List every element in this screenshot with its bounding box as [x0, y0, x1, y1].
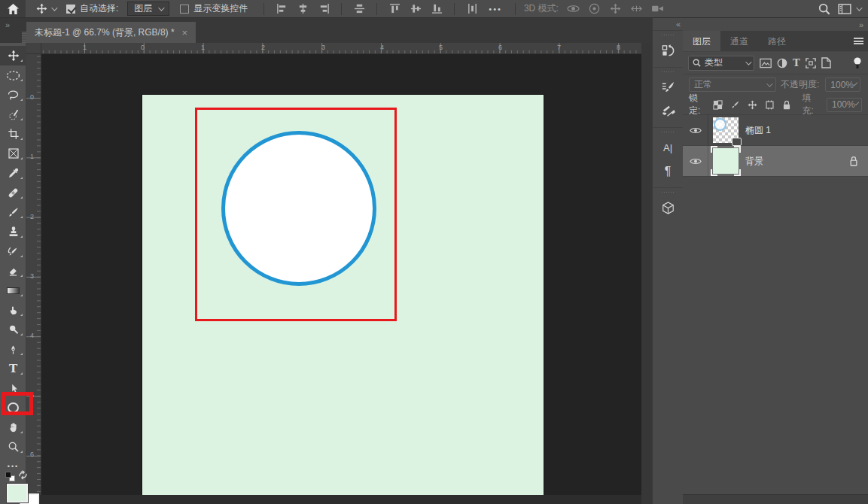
fill-dropdown[interactable]: 100% [827, 98, 862, 112]
more-options-button[interactable]: ••• [489, 5, 502, 14]
smart-object-filter-icon[interactable] [821, 57, 831, 68]
shape-layer-filter-icon[interactable] [806, 58, 816, 68]
tab-channels[interactable]: 通道 [720, 31, 758, 51]
align-bottom-button[interactable] [428, 2, 446, 17]
lock-all-icon[interactable] [782, 100, 791, 110]
zoom-tool[interactable] [0, 437, 26, 457]
canvas-document[interactable] [142, 95, 544, 495]
default-colors-icon[interactable] [5, 472, 15, 481]
align-right-icon [318, 3, 330, 14]
dock-gripper[interactable] [661, 34, 675, 36]
auto-select-target-dropdown[interactable]: 图层 [127, 2, 169, 16]
canvas-workspace[interactable] [41, 54, 641, 495]
move-tool-preset[interactable] [36, 3, 56, 14]
history-panel-button[interactable] [653, 39, 683, 62]
roll-3d-button[interactable] [586, 2, 604, 17]
eyedropper-tool[interactable] [0, 163, 26, 183]
slide-3d-button[interactable] [628, 2, 646, 17]
lock-artboard-icon[interactable] [765, 100, 775, 110]
layer-name[interactable]: 椭圆 1 [745, 124, 771, 137]
layer-name[interactable]: 背景 [745, 155, 763, 168]
vertical-ruler[interactable]: 0 1 2 3 4 5 6 [26, 54, 41, 495]
gradient-tool[interactable] [0, 281, 26, 300]
lock-pixels-icon[interactable] [730, 100, 740, 110]
smudge-tool[interactable] [0, 300, 26, 320]
align-top-button[interactable] [385, 2, 404, 17]
layer-row-background[interactable]: 背景 [683, 146, 868, 177]
clone-stamp-tool[interactable] [0, 222, 26, 241]
home-button[interactable] [0, 0, 26, 17]
close-tab-icon[interactable]: × [182, 27, 188, 38]
collapse-panel-chevron[interactable]: » [859, 20, 862, 29]
separator [263, 3, 264, 15]
type-layer-filter-icon[interactable]: T [793, 57, 800, 68]
panel-tabs: 图层 通道 路径 [683, 31, 868, 52]
align-middle-button[interactable] [407, 2, 425, 17]
distribute-vertical-button[interactable] [350, 2, 368, 17]
visibility-toggle[interactable] [683, 146, 708, 176]
panel-menu-button[interactable] [848, 31, 868, 51]
visibility-toggle[interactable] [683, 115, 708, 145]
lock-row: 锁定: 填充: 100% [683, 95, 868, 115]
ruler-corner[interactable] [26, 43, 41, 54]
lock-position-icon[interactable] [748, 100, 757, 110]
brush-settings-panel-button[interactable] [653, 76, 683, 99]
layer-thumbnail[interactable] [713, 148, 739, 174]
align-center-horizontal-button[interactable] [294, 2, 312, 17]
eraser-tool[interactable] [0, 261, 26, 281]
hand-tool[interactable] [0, 417, 26, 437]
elliptical-marquee-tool[interactable] [0, 65, 26, 85]
type-tool[interactable]: T [0, 359, 26, 378]
adjustment-layer-filter-icon[interactable] [777, 58, 787, 68]
layer-locked-icon[interactable] [849, 156, 858, 166]
history-brush-tool[interactable] [0, 241, 26, 261]
dock-gripper[interactable] [661, 191, 675, 193]
crop-tool[interactable] [0, 124, 26, 144]
auto-select-checkbox[interactable]: 自动选择: [66, 2, 118, 15]
tab-layers[interactable]: 图层 [683, 31, 720, 51]
vertical-scrollbar[interactable] [641, 43, 652, 504]
foreground-color-swatch[interactable] [7, 484, 28, 502]
healing-brush-tool[interactable] [0, 183, 26, 202]
align-left-button[interactable] [273, 2, 291, 17]
swap-colors-icon[interactable] [18, 470, 28, 480]
opacity-dropdown[interactable]: 100% [825, 77, 860, 92]
paragraph-panel-button[interactable]: ¶ [653, 159, 683, 183]
dock-gripper[interactable] [661, 131, 675, 133]
dock-gripper[interactable] [661, 71, 675, 73]
character-panel-button[interactable]: A| [653, 136, 683, 159]
camera-3d-button[interactable] [649, 2, 667, 17]
workspace-switcher-button[interactable] [838, 4, 860, 14]
brush-tool[interactable] [0, 202, 26, 222]
orbit-3d-icon [567, 3, 580, 14]
layer-thumbnail[interactable] [713, 117, 739, 143]
pixel-layer-filter-icon[interactable] [760, 58, 772, 68]
lasso-tool[interactable] [0, 85, 26, 105]
tab-overflow-chevron[interactable]: » [5, 20, 8, 29]
layer-row-ellipse[interactable]: 椭圆 1 [683, 115, 868, 146]
align-right-button[interactable] [315, 2, 333, 17]
lock-transparency-icon[interactable] [713, 100, 723, 110]
quick-selection-tool[interactable] [0, 105, 26, 124]
brushes-panel-button[interactable] [653, 99, 683, 123]
horizontal-ruler[interactable]: 1 0 1 2 3 4 5 6 7 8 [41, 43, 641, 54]
filter-type-dropdown[interactable]: 类型 [688, 56, 754, 71]
document-tab[interactable]: 未标题-1 @ 66.7% (背景, RGB/8) * × [26, 22, 196, 43]
pan-3d-button[interactable] [607, 2, 625, 17]
filter-toggle-icon[interactable] [852, 56, 863, 70]
expand-dock-chevron[interactable]: « [653, 18, 683, 30]
horizontal-scrollbar[interactable] [26, 495, 641, 504]
search-icon[interactable] [818, 3, 830, 15]
orbit-3d-button[interactable] [565, 2, 583, 17]
show-transform-checkbox[interactable]: 显示变换控件 [180, 2, 248, 15]
materials-3d-panel-button[interactable] [653, 196, 683, 220]
tab-paths[interactable]: 路径 [758, 31, 796, 51]
distribute-horizontal-button[interactable] [463, 2, 481, 17]
blend-mode-dropdown[interactable]: 正常 [689, 77, 776, 92]
frame-tool[interactable] [0, 144, 26, 163]
dodge-tool[interactable] [0, 320, 26, 339]
move-tool[interactable] [0, 46, 26, 65]
checkbox-unchecked-icon [180, 5, 189, 14]
history-icon [661, 44, 675, 58]
pen-tool[interactable] [0, 339, 26, 359]
